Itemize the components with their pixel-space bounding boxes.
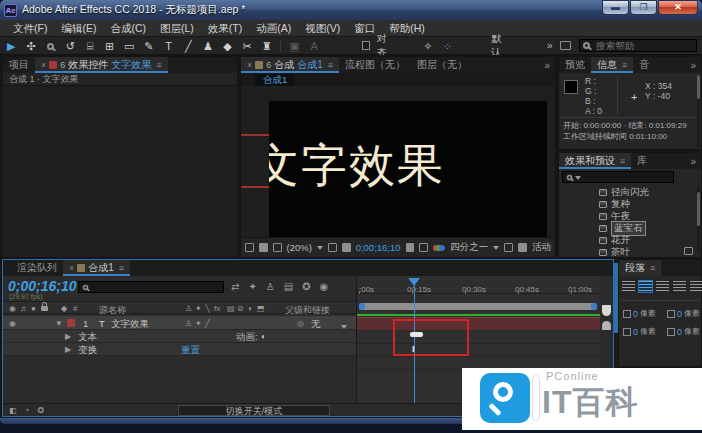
tab-render-queue[interactable]: 渲染队列 <box>3 260 63 276</box>
layer-expander-icon[interactable]: ▼ <box>55 319 63 328</box>
composition-viewport[interactable]: 文字效果 <box>241 86 555 237</box>
viewer-current-time[interactable]: 0;00;16;10 <box>356 242 401 253</box>
info-scrollbar[interactable] <box>697 75 700 147</box>
work-area-bar[interactable] <box>359 303 597 310</box>
indent-left-field[interactable]: 0 像素 <box>623 308 656 319</box>
playhead-handle[interactable] <box>408 278 420 292</box>
tab-timeline-comp[interactable]: × 合成1 ≡ <box>63 260 130 276</box>
search-options-caret-icon[interactable] <box>575 176 581 183</box>
type-tool-icon[interactable]: T <box>162 38 175 54</box>
maximize-button[interactable]: ❐ <box>630 0 657 15</box>
tab-preview[interactable]: 预览 <box>559 57 591 73</box>
tab-overflow[interactable]: » <box>690 156 701 167</box>
resolution-caret-icon[interactable] <box>493 246 499 253</box>
magnification-value[interactable]: (20%) <box>287 242 312 253</box>
eraser-tool-icon[interactable]: ◆ <box>221 38 234 54</box>
magnification-caret-icon[interactable] <box>317 246 323 253</box>
parent-pickwhip-icon[interactable]: ◎ <box>297 319 304 328</box>
justify-last-left-button[interactable] <box>673 281 686 292</box>
space-before-field[interactable]: 0 像素 <box>623 326 656 337</box>
menu-view[interactable]: 视图(V) <box>298 20 347 36</box>
property-row-text[interactable]: ▶ 文本 动画: ◐ <box>3 330 356 343</box>
tab-library[interactable]: 库 <box>631 153 653 169</box>
animate-menu-icon[interactable]: ◐ <box>261 332 266 341</box>
indent-right-field[interactable]: 0 像素 <box>667 308 700 319</box>
effect-controls-body[interactable] <box>3 86 237 257</box>
timeline-search-box[interactable] <box>78 281 224 293</box>
panel-menu-icon[interactable]: ≡ <box>620 156 625 166</box>
expander-icon[interactable]: ▶ <box>65 345 71 354</box>
help-search-input[interactable] <box>579 39 697 52</box>
menu-composition[interactable]: 合成(C) <box>103 20 153 36</box>
panel-menu-icon[interactable]: ≡ <box>156 60 161 70</box>
close-button[interactable]: ✕ <box>658 0 698 15</box>
title-bar[interactable]: Ae Adobe After Effects CC 2018 - 无标题项目.a… <box>0 0 702 20</box>
preset-item-selected[interactable]: 蓝宝石 <box>559 222 695 234</box>
panel-menu-icon[interactable]: ≡ <box>119 263 124 273</box>
mask-visibility-icon[interactable] <box>342 243 351 252</box>
hide-shy-layers-icon[interactable]: ♙ <box>266 281 275 292</box>
preset-item[interactable]: 复种 <box>559 198 695 210</box>
toggle-switches-modes-button[interactable]: 切换开关/模式 <box>178 405 330 416</box>
grid-guides-icon[interactable] <box>328 243 337 252</box>
ghost-marker-icon[interactable] <box>602 321 611 330</box>
tab-flowchart[interactable]: 流程图（无） <box>339 57 411 73</box>
align-right-button[interactable] <box>656 281 669 292</box>
region-of-interest-icon[interactable] <box>504 243 513 252</box>
motion-blur-icon[interactable]: ✪ <box>302 281 310 292</box>
panel-menu-icon[interactable]: ≡ <box>622 60 627 70</box>
always-preview-icon[interactable] <box>245 243 254 252</box>
help-search[interactable] <box>579 39 697 52</box>
sync-settings-icon[interactable] <box>559 38 572 54</box>
tab-paragraph[interactable]: 段落 ≡ <box>619 260 661 276</box>
channels-icon[interactable] <box>433 242 445 253</box>
shape-tool-icon[interactable]: ▭ <box>123 38 136 54</box>
frame-blending-icon[interactable]: ▤ <box>284 281 293 292</box>
effects-search-box[interactable] <box>562 171 674 183</box>
minimize-button[interactable]: ▬ <box>602 0 629 15</box>
layer-quality-icon[interactable]: ╱ <box>205 319 210 328</box>
roto-brush-tool-icon[interactable]: ✂ <box>241 38 254 54</box>
menu-animation[interactable]: 动画(A) <box>249 20 298 36</box>
preset-item[interactable]: 茶叶 <box>559 246 695 258</box>
snap-align-checkbox[interactable] <box>362 41 370 50</box>
transparency-grid-icon[interactable] <box>259 243 268 252</box>
space-after-field[interactable]: 0 像素 <box>667 326 700 337</box>
tab-effects-presets[interactable]: 效果和预设 ≡ <box>559 153 631 169</box>
composition-canvas[interactable]: 文字效果 <box>269 101 547 237</box>
expand-layers-icon[interactable]: ◧ <box>9 406 17 415</box>
zoom-tool-icon[interactable] <box>44 38 57 54</box>
mask-snap-icon[interactable]: ⁘ <box>441 38 454 54</box>
workspace-overflow[interactable]: » <box>547 40 553 51</box>
frame-blend-global-icon[interactable]: ◔ <box>25 406 30 415</box>
rotate-tool-icon[interactable]: ↺ <box>64 38 77 54</box>
pan-behind-tool-icon[interactable]: ⊞ <box>103 38 116 54</box>
resolution-value[interactable]: 四分之一 <box>450 241 488 254</box>
time-ruler[interactable]: :00s 00:15s 00:30s 00:45s 01:00s <box>357 276 599 294</box>
camera-view-value[interactable]: 活动 <box>532 241 551 254</box>
pen-tool-icon[interactable]: ✎ <box>143 38 156 54</box>
layer-collapse-icon[interactable]: ✦ <box>195 319 202 328</box>
menu-edit[interactable]: 编辑(E) <box>54 20 103 36</box>
tab-audio[interactable]: 音 <box>633 57 655 73</box>
composition-mini-flowchart-icon[interactable]: ⇄ <box>231 281 239 292</box>
snapshot-icon[interactable] <box>406 243 415 252</box>
tab-overflow[interactable]: » <box>544 60 555 71</box>
panel-menu-icon[interactable]: ≡ <box>650 263 655 273</box>
graph-editor-icon[interactable]: ◉ <box>320 281 329 292</box>
comp-chip[interactable]: 合成1 <box>255 74 295 86</box>
layer-label-swatch[interactable] <box>67 319 75 327</box>
clone-stamp-tool-icon[interactable]: ♟ <box>202 38 215 54</box>
tab-effect-controls[interactable]: × 6 效果控件 文字效果 ≡ <box>35 57 168 73</box>
view-layout-icon[interactable] <box>273 243 282 252</box>
menu-effect[interactable]: 效果(T) <box>201 20 249 36</box>
align-center-button[interactable] <box>639 281 652 292</box>
tab-layer[interactable]: 图层（无） <box>411 57 473 73</box>
tab-close-icon[interactable]: × <box>247 60 252 70</box>
property-row-transform[interactable]: ▶ 变换 重置 <box>3 343 356 356</box>
menu-layer[interactable]: 图层(L) <box>153 20 201 36</box>
preset-item[interactable]: 花开 <box>559 234 695 246</box>
brush-tool-icon[interactable]: ╱ <box>182 38 195 54</box>
draft-3d-icon[interactable]: ✦ <box>248 281 256 292</box>
empty-layer-area[interactable] <box>3 356 356 406</box>
